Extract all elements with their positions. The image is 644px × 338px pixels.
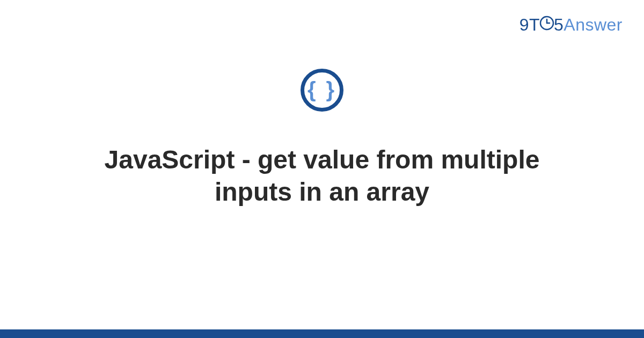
page-title: JavaScript - get value from multiple inp… <box>86 144 558 208</box>
logo-text-5: 5 <box>554 15 564 34</box>
logo-text-answer: Answer <box>564 15 623 34</box>
main-content: { } JavaScript - get value from multiple… <box>0 69 644 208</box>
code-braces-icon: { } <box>308 79 336 100</box>
category-badge: { } <box>301 69 343 112</box>
logo-text-9t: 9T <box>519 15 540 34</box>
footer-accent-bar <box>0 329 644 338</box>
site-logo[interactable]: 9T5Answer <box>519 15 623 36</box>
clock-icon <box>539 15 554 35</box>
